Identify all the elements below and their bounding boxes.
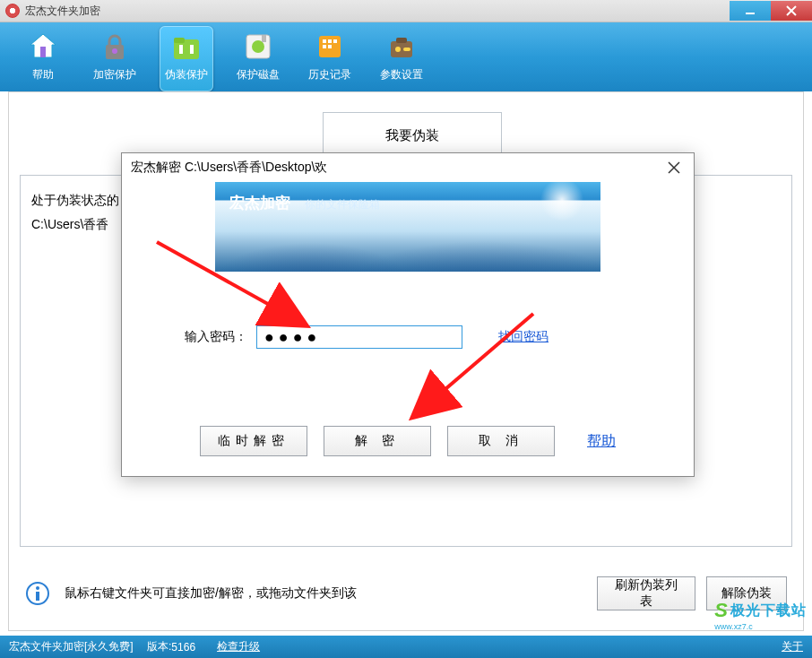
- svg-rect-0: [746, 13, 755, 14]
- status-app: 宏杰文件夹加密: [9, 639, 84, 654]
- history-icon: [310, 28, 350, 65]
- tab-label: 我要伪装: [385, 127, 439, 144]
- toolbar-settings[interactable]: 参数设置: [375, 26, 428, 91]
- settings-icon: [382, 28, 421, 65]
- about-link[interactable]: 关于: [782, 639, 803, 654]
- decrypt-dialog: 宏杰解密 C:\Users\香香\Desktop\欢 宏杰加密 你的文件保险箱 …: [121, 152, 695, 477]
- footer-bar: 鼠标右键文件夹可直接加密/解密，或拖动文件夹到该 刷新伪装列表 解除伪装: [25, 571, 787, 616]
- window-title: 宏杰文件夹加密: [25, 4, 100, 19]
- svg-rect-2: [40, 47, 46, 57]
- svg-rect-24: [36, 592, 39, 601]
- svg-rect-17: [328, 45, 332, 48]
- home-icon: [23, 28, 63, 65]
- toolbar-label: 帮助: [32, 67, 54, 82]
- svg-rect-19: [396, 38, 407, 43]
- svg-point-10: [252, 40, 264, 53]
- window-controls: [730, 1, 812, 21]
- refresh-list-button[interactable]: 刷新伪装列表: [597, 576, 695, 610]
- toolbar-encrypt[interactable]: 加密保护: [88, 26, 142, 91]
- status-bar: 宏杰文件夹加密 [永久免费] 版本: 5166 检查升级 关于: [0, 636, 812, 658]
- watermark-url: www.xz7.c: [714, 622, 753, 631]
- status-version: 5166: [171, 641, 195, 654]
- dialog-banner: 宏杰加密 你的文件保险箱: [215, 182, 600, 272]
- folder-icon: [167, 28, 206, 65]
- decrypt-button[interactable]: 解 密: [324, 426, 431, 456]
- status-version-label: 版本:: [147, 639, 171, 654]
- list-header: 处于伪装状态的: [31, 193, 119, 207]
- status-free: [永久免费]: [84, 639, 134, 654]
- toolbar-disguise[interactable]: 伪装保护: [160, 26, 213, 91]
- watermark-logo: S 极光下载站 www.xz7.c: [714, 599, 807, 631]
- svg-point-20: [395, 47, 401, 52]
- password-label: 输入密码：: [185, 329, 247, 345]
- lock-icon: [95, 28, 134, 65]
- dialog-help-link[interactable]: 帮助: [587, 432, 616, 451]
- toolbar-label: 加密保护: [93, 67, 136, 82]
- svg-point-4: [112, 48, 117, 54]
- retrieve-password-link[interactable]: 找回密码: [498, 329, 549, 345]
- svg-rect-8: [190, 45, 194, 54]
- close-button[interactable]: [771, 1, 812, 21]
- svg-rect-6: [174, 38, 185, 43]
- svg-point-23: [36, 586, 39, 590]
- main-toolbar: 帮助 加密保护 伪装保护 保护磁盘 历史记录 参数设置: [0, 22, 812, 91]
- temp-decrypt-button[interactable]: 临时解密: [200, 426, 307, 456]
- password-input[interactable]: [256, 325, 462, 349]
- dialog-close-button[interactable]: [663, 157, 685, 178]
- toolbar-label: 参数设置: [380, 67, 423, 82]
- toolbar-label: 保护磁盘: [237, 67, 280, 82]
- svg-rect-14: [328, 39, 332, 43]
- title-bar: 宏杰文件夹加密: [0, 0, 812, 22]
- disk-icon: [238, 28, 278, 65]
- close-icon: [786, 5, 797, 16]
- toolbar-help[interactable]: 帮助: [16, 26, 70, 91]
- toolbar-history[interactable]: 历史记录: [303, 26, 357, 91]
- watermark-name: 极光下载站: [730, 602, 807, 620]
- check-update-link[interactable]: 检查升级: [217, 639, 260, 654]
- minimize-icon: [745, 5, 756, 16]
- watermark-icon: S: [714, 599, 728, 622]
- svg-rect-21: [403, 48, 410, 51]
- svg-rect-11: [262, 35, 266, 42]
- svg-rect-16: [323, 45, 326, 48]
- close-icon: [668, 161, 680, 174]
- app-icon: [5, 4, 20, 18]
- toolbar-protect-disk[interactable]: 保护磁盘: [231, 26, 285, 91]
- banner-subtitle: 你的文件保险箱: [305, 197, 380, 212]
- cancel-button[interactable]: 取 消: [447, 426, 555, 456]
- list-item: C:\Users\香香: [31, 217, 108, 231]
- info-icon: [25, 581, 50, 606]
- toolbar-label: 历史记录: [308, 67, 351, 82]
- svg-rect-15: [333, 39, 337, 43]
- dialog-title: 宏杰解密 C:\Users\香香\Desktop\欢: [131, 160, 327, 176]
- banner-title: 宏杰加密: [229, 193, 290, 213]
- toolbar-label: 伪装保护: [165, 67, 208, 82]
- svg-rect-7: [179, 45, 183, 54]
- hint-text: 鼠标右键文件夹可直接加密/解密，或拖动文件夹到该: [65, 585, 357, 602]
- svg-rect-13: [323, 39, 326, 43]
- dialog-header: 宏杰解密 C:\Users\香香\Desktop\欢: [122, 153, 694, 182]
- minimize-button[interactable]: [730, 1, 771, 21]
